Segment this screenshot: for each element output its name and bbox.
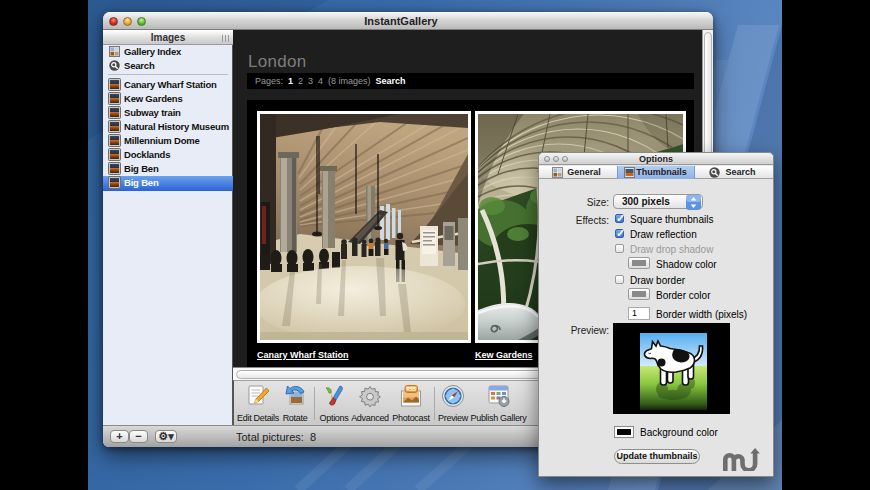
- svg-text:RSS: RSS: [407, 387, 416, 392]
